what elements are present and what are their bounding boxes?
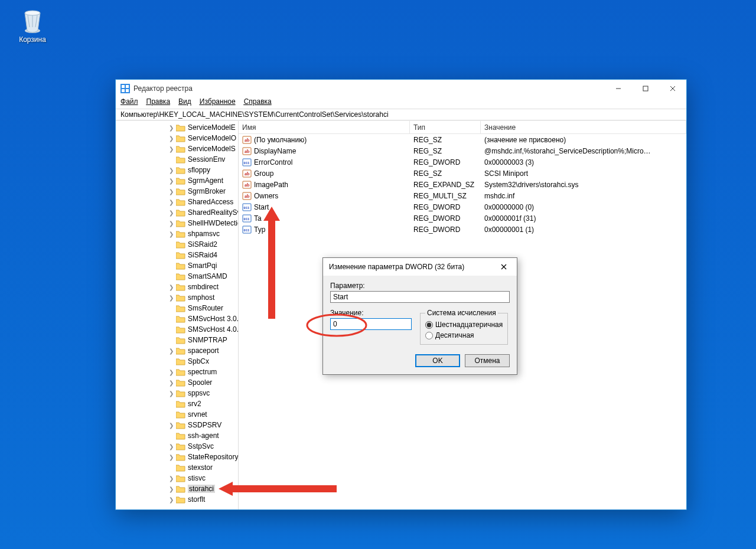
col-header-value[interactable]: Значение [481,121,686,133]
tree-item-sgrmbroker[interactable]: ❯SgrmBroker [168,186,239,197]
tree-item-sfloppy[interactable]: ❯sfloppy [168,165,239,175]
tree-item-servicemodele[interactable]: ❯ServiceModelE [168,122,239,133]
menu-view[interactable]: Вид [178,97,191,107]
tree-item-label: ShellHWDetection [188,219,239,227]
chevron-right-icon[interactable]: ❯ [168,178,175,184]
chevron-right-icon[interactable]: ❯ [168,167,175,174]
menu-edit[interactable]: Правка [146,97,171,107]
chevron-right-icon[interactable]: ❯ [168,443,175,450]
chevron-right-icon[interactable]: ❯ [168,380,175,386]
menu-help[interactable]: Справка [244,97,272,107]
chevron-right-icon[interactable]: ❯ [168,486,175,492]
value-row[interactable]: DisplayNameREG_SZ@mshdc.inf,%storahci_Se… [239,145,686,156]
registry-tree[interactable]: ❯ServiceModelE❯ServiceModelO❯ServiceMode… [116,121,239,509]
tree-item-srv2[interactable]: srv2 [168,398,239,409]
radix-dec-radio[interactable] [425,332,433,339]
chevron-right-icon[interactable]: ❯ [168,295,175,301]
chevron-right-icon[interactable]: ❯ [168,135,175,142]
tree-item-sgrmagent[interactable]: ❯SgrmAgent [168,175,239,186]
chevron-right-icon[interactable]: ❯ [168,422,175,429]
chevron-right-icon[interactable]: ❯ [168,369,175,375]
radix-hex[interactable]: Шестнадцатеричная [425,319,503,330]
tree-item-shpamsvc[interactable]: ❯shpamsvc [168,228,239,239]
radix-hex-radio[interactable] [425,321,433,329]
dialog-close-button[interactable] [496,260,512,273]
tree-item-sisraid2[interactable]: SiSRaid2 [168,239,239,250]
value-row[interactable]: StartREG_DWORD0x00000000 (0) [239,201,686,213]
tree-item-sharedrealitysvc[interactable]: ❯SharedRealitySvc [168,207,239,218]
tree-item-stexstor[interactable]: stexstor [168,462,239,473]
tree-item-sessionenv[interactable]: SessionEnv [168,154,239,165]
tree-item-smsvchost-3-0-0-0[interactable]: SMSvcHost 3.0.0.0 [168,313,239,324]
dialog-titlebar[interactable]: Изменение параметра DWORD (32 бита) [323,258,517,276]
col-header-name[interactable]: Имя [239,121,410,133]
tree-item-servicemodels[interactable]: ❯ServiceModelS [168,143,239,154]
value-row[interactable]: TaREG_DWORD0x0000001f (31) [239,213,686,224]
cancel-button[interactable]: Отмена [465,354,510,367]
menu-file[interactable]: Файл [120,97,138,107]
tree-item-spectrum[interactable]: ❯spectrum [168,367,239,377]
chevron-right-icon[interactable]: ❯ [168,188,175,195]
value-input[interactable] [330,318,412,330]
address-bar[interactable]: Компьютер\HKEY_LOCAL_MACHINE\SYSTEM\Curr… [116,109,686,120]
tree-item-spbcx[interactable]: SpbCx [168,356,239,367]
minimize-button[interactable] [605,80,632,97]
tree-item-sharedaccess[interactable]: ❯SharedAccess [168,197,239,207]
chevron-right-icon[interactable]: ❯ [168,199,175,205]
chevron-right-icon[interactable]: ❯ [168,348,175,354]
tree-item-smartpqi[interactable]: SmartPqi [168,260,239,271]
tree-item-sisraid4[interactable]: SiSRaid4 [168,250,239,260]
regedit-icon [120,84,130,93]
chevron-right-icon[interactable]: ❯ [168,231,175,237]
tree-item-snmptrap[interactable]: SNMPTRAP [168,335,239,345]
tree-item-smphost[interactable]: ❯smphost [168,292,239,303]
desktop-recycle-bin[interactable]: Корзина [12,6,53,44]
folder-icon [176,400,185,408]
value-row[interactable]: ErrorControlREG_DWORD0x00000003 (3) [239,156,686,168]
value-row[interactable]: TypREG_DWORD0x00000001 (1) [239,224,686,235]
chevron-right-icon[interactable]: ❯ [168,146,175,152]
radix-group: Система исчисления Шестнадцатеричная Дес… [420,309,508,345]
col-header-type[interactable]: Тип [410,121,481,133]
value-row[interactable]: OwnersREG_MULTI_SZmshdc.inf [239,190,686,201]
tree-item-servicemodelo[interactable]: ❯ServiceModelO [168,133,239,143]
tree-item-smsrouter[interactable]: SmsRouter [168,303,239,313]
value-row[interactable]: GroupREG_SZSCSI Miniport [239,168,686,179]
tree-item-label: SSDPSRV [188,421,221,429]
tree-item-ssdpsrv[interactable]: ❯SSDPSRV [168,420,239,430]
value-name: DisplayName [254,147,296,155]
tree-item-storahci[interactable]: ❯storahci [168,483,239,494]
folder-icon [176,155,185,164]
tree-item-smsvchost-4-0-0-0[interactable]: SMSvcHost 4.0.0.0 [168,324,239,335]
chevron-right-icon[interactable]: ❯ [168,220,175,227]
tree-item-ssh-agent[interactable]: ssh-agent [168,430,239,441]
close-button[interactable] [659,80,686,97]
chevron-right-icon[interactable]: ❯ [168,125,175,131]
tree-item-smartsamd[interactable]: SmartSAMD [168,271,239,282]
chevron-right-icon[interactable]: ❯ [168,496,175,503]
chevron-right-icon[interactable]: ❯ [168,284,175,290]
value-row[interactable]: (По умолчанию)REG_SZ(значение не присвое… [239,134,686,145]
value-data: 0x0000001f (31) [481,214,686,223]
maximize-button[interactable] [632,80,659,97]
value-row[interactable]: ImagePathREG_EXPAND_SZSystem32\drivers\s… [239,179,686,190]
chevron-right-icon[interactable]: ❯ [168,475,175,482]
tree-item-staterepository[interactable]: ❯StateRepository [168,452,239,462]
tree-item-sstpsvc[interactable]: ❯SstpSvc [168,441,239,452]
ok-button[interactable]: OK [415,354,460,367]
tree-item-smbdirect[interactable]: ❯smbdirect [168,282,239,292]
menu-favorites[interactable]: Избранное [200,97,236,107]
tree-item-shellhwdetection[interactable]: ❯ShellHWDetection [168,218,239,228]
titlebar[interactable]: Редактор реестра [116,80,686,97]
tree-item-stisvc[interactable]: ❯stisvc [168,473,239,483]
chevron-right-icon[interactable]: ❯ [168,454,175,460]
param-input[interactable] [330,291,510,303]
tree-item-spooler[interactable]: ❯Spooler [168,377,239,388]
radix-dec[interactable]: Десятичная [425,330,503,341]
chevron-right-icon[interactable]: ❯ [168,210,175,216]
tree-item-srvnet[interactable]: srvnet [168,409,239,420]
tree-item-spaceport[interactable]: ❯spaceport [168,345,239,356]
tree-item-sppsvc[interactable]: ❯sppsvc [168,388,239,398]
chevron-right-icon[interactable]: ❯ [168,390,175,397]
tree-item-storflt[interactable]: ❯storflt [168,494,239,505]
